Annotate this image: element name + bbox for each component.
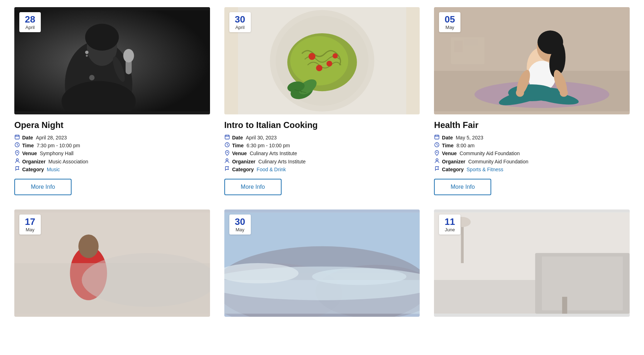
svg-rect-95: [562, 297, 567, 314]
svg-line-70: [437, 145, 438, 146]
svg-line-41: [227, 145, 228, 146]
date-label: Date: [232, 135, 243, 140]
event-meta-health: Date May 5, 2023 Time 8:00 am: [434, 134, 630, 172]
organizer-value: Music Association: [48, 159, 88, 164]
event-card-4: 17 May: [14, 209, 210, 317]
svg-point-76: [78, 235, 99, 258]
time-value: 6:30 pm - 10:00 pm: [247, 143, 290, 148]
event-card-italian-cooking: 30 April Intro to Italian Cooking D: [224, 7, 420, 195]
date-month: April: [23, 25, 37, 30]
meta-organizer: Organizer Culinary Arts Institute: [224, 158, 420, 164]
venue-label: Venue: [232, 151, 247, 156]
category-label: Category: [22, 167, 44, 172]
meta-time: Time 8:00 am: [434, 142, 630, 148]
svg-point-26: [308, 53, 315, 60]
clock-icon: [434, 142, 440, 148]
event-body-opera: Opera Night Date April 28, 2023: [14, 114, 210, 195]
svg-point-6: [123, 49, 134, 63]
calendar-icon: [224, 134, 230, 140]
event-title-health: Health Fair: [434, 120, 630, 130]
time-value: 7:30 pm - 10:00 pm: [36, 143, 80, 148]
person-icon: [224, 158, 230, 164]
venue-value: Community Aid Foundation: [460, 151, 520, 156]
category-value[interactable]: Food & Drink: [257, 167, 286, 172]
event-meta-cooking: Date April 30, 2023 Time 6:30 pm - 10:00…: [224, 134, 420, 172]
svg-rect-12: [15, 135, 19, 139]
svg-point-19: [17, 152, 18, 153]
event-title-opera: Opera Night: [14, 120, 210, 130]
category-value[interactable]: Music: [47, 167, 60, 172]
svg-rect-63: [464, 39, 478, 46]
event-card-health-fair: 05 May Health Fair Date M: [434, 7, 630, 195]
event-image-4: 17 May: [14, 209, 210, 317]
clock-icon: [14, 142, 20, 148]
svg-point-28: [316, 65, 322, 71]
event-meta-opera: Date April 28, 2023 Time 7:30 pm - 10:00…: [14, 134, 210, 172]
meta-venue: Venue Symphony Hall: [14, 150, 210, 157]
organizer-value: Culinary Arts Institute: [258, 159, 306, 164]
svg-point-11: [86, 55, 88, 57]
organizer-value: Community Aid Foundation: [468, 159, 528, 164]
date-badge-4: 17 May: [19, 215, 41, 235]
organizer-label: Organizer: [22, 159, 45, 164]
date-value: April 28, 2023: [36, 135, 67, 140]
svg-point-20: [16, 159, 18, 161]
svg-point-88: [312, 268, 406, 285]
meta-date: Date May 5, 2023: [434, 134, 630, 140]
event-image-health: 05 May: [434, 7, 630, 114]
time-label: Time: [232, 143, 244, 148]
event-image-opera: 28 April: [14, 7, 210, 114]
svg-rect-96: [461, 223, 464, 263]
svg-rect-94: [542, 256, 623, 310]
svg-point-29: [332, 53, 338, 59]
event-card-5: 30 May: [224, 209, 420, 317]
category-value[interactable]: Sports & Fitness: [467, 167, 503, 172]
svg-point-42: [226, 152, 228, 153]
person-icon: [434, 158, 440, 164]
more-info-button-opera[interactable]: More Info: [14, 179, 72, 195]
meta-time: Time 7:30 pm - 10:00 pm: [14, 142, 210, 148]
date-month: April: [233, 25, 247, 30]
date-month: May: [443, 25, 457, 30]
svg-rect-35: [225, 135, 229, 139]
svg-rect-62: [454, 40, 463, 52]
time-label: Time: [442, 143, 453, 148]
category-label: Category: [442, 167, 464, 172]
date-badge-opera: 28 April: [19, 12, 41, 32]
meta-organizer: Organizer Music Association: [14, 158, 210, 164]
meta-category: Category Sports & Fitness: [434, 166, 630, 172]
date-day: 30: [233, 217, 247, 227]
svg-point-72: [436, 159, 438, 161]
svg-point-59: [516, 89, 524, 97]
svg-point-71: [436, 152, 438, 153]
more-info-button-cooking[interactable]: More Info: [224, 179, 282, 195]
date-label: Date: [442, 135, 453, 140]
event-body-cooking: Intro to Italian Cooking Date April 30, …: [224, 114, 420, 195]
svg-point-43: [226, 159, 228, 161]
event-image-5: 30 May: [224, 209, 420, 317]
date-label: Date: [22, 135, 33, 140]
svg-point-9: [89, 75, 94, 80]
calendar-icon: [434, 134, 440, 140]
date-badge-cooking: 30 April: [229, 12, 251, 32]
meta-category: Category Food & Drink: [224, 166, 420, 172]
meta-venue: Venue Community Aid Foundation: [434, 150, 630, 157]
time-value: 8:00 am: [457, 143, 475, 148]
events-grid: 28 April Opera Night Date: [14, 7, 630, 317]
meta-date: Date April 28, 2023: [14, 134, 210, 140]
flag-icon: [14, 166, 20, 172]
date-day: 30: [233, 14, 247, 25]
date-month: June: [443, 227, 457, 232]
svg-line-18: [17, 145, 18, 146]
svg-rect-64: [435, 135, 439, 139]
more-info-button-health[interactable]: More Info: [434, 179, 491, 195]
svg-point-4: [85, 24, 119, 50]
date-day: 05: [443, 14, 457, 25]
clock-icon: [224, 142, 230, 148]
category-label: Category: [232, 167, 254, 172]
time-label: Time: [22, 143, 34, 148]
svg-point-10: [85, 51, 88, 54]
svg-point-27: [326, 61, 332, 66]
location-icon: [434, 150, 440, 157]
date-month: May: [23, 227, 37, 232]
